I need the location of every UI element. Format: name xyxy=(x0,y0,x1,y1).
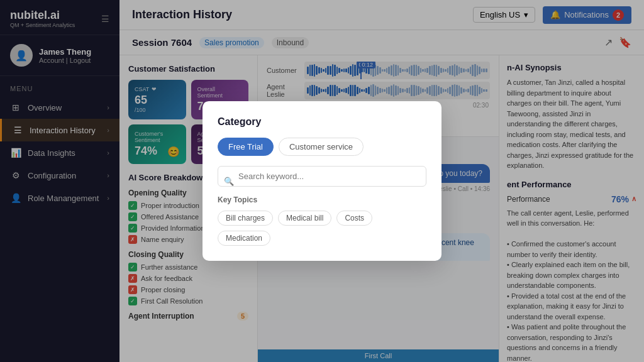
search-icon: 🔍 xyxy=(224,176,234,185)
modal-overlay[interactable]: Category Free Trial Customer service 🔍 K… xyxy=(0,0,644,362)
keyword-search-input[interactable] xyxy=(218,166,426,187)
modal-title: Category xyxy=(218,116,426,128)
tag-medication[interactable]: Medication xyxy=(218,231,270,246)
tag-bill-charges[interactable]: Bill charges xyxy=(218,211,273,226)
search-wrapper: 🔍 xyxy=(218,166,426,195)
topic-tags: Bill charges Medical bill Costs Medicati… xyxy=(218,211,426,246)
category-modal: Category Free Trial Customer service 🔍 K… xyxy=(203,101,441,261)
tab-free-trial[interactable]: Free Trial xyxy=(218,138,274,156)
tab-customer-service[interactable]: Customer service xyxy=(279,138,364,156)
modal-tabs: Free Trial Customer service xyxy=(218,138,426,156)
tag-medical-bill[interactable]: Medical bill xyxy=(278,211,331,226)
tag-costs[interactable]: Costs xyxy=(336,211,372,226)
key-topics-label: Key Topics xyxy=(218,195,426,204)
